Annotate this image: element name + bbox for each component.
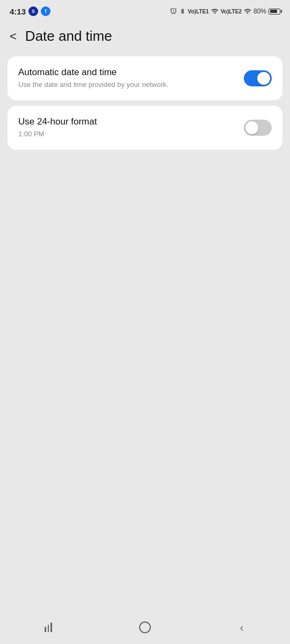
battery-percent: 80%	[253, 8, 266, 15]
recents-button[interactable]	[0, 614, 97, 641]
24hour-format-text: Use 24-hour format 1:00 PM	[18, 116, 244, 139]
auto-date-time-item[interactable]: Automatic date and time Use the date and…	[8, 56, 282, 100]
home-icon	[139, 621, 151, 633]
home-button[interactable]	[97, 614, 193, 641]
status-right: Vo)LTE1 Vo)LTE2 80%	[170, 8, 280, 15]
lte2-indicator: Vo)LTE2	[221, 9, 242, 14]
bottom-nav: ‹	[0, 614, 290, 644]
status-time: 4:13	[10, 7, 26, 16]
signal2-icon	[244, 8, 251, 15]
header: < Date and time	[0, 20, 290, 54]
24hour-format-toggle[interactable]	[244, 120, 272, 136]
facebook-icon: f	[41, 6, 50, 16]
battery-icon	[269, 9, 280, 14]
bluetooth-icon	[179, 8, 186, 15]
samsung-icon: S	[28, 6, 38, 16]
back-button[interactable]: <	[5, 28, 21, 45]
24hour-format-title: Use 24-hour format	[18, 116, 244, 127]
page-title: Date and time	[25, 28, 112, 45]
alarm-icon	[170, 8, 177, 15]
lte1-indicator: Vo)LTE1	[188, 9, 209, 14]
back-nav-button[interactable]: ‹	[193, 614, 290, 641]
24hour-format-item[interactable]: Use 24-hour format 1:00 PM	[8, 106, 282, 150]
back-nav-icon: ‹	[240, 621, 244, 634]
auto-date-time-section: Automatic date and time Use the date and…	[8, 56, 282, 100]
auto-date-time-toggle[interactable]	[244, 70, 272, 86]
toggle-thumb-on	[257, 72, 270, 85]
auto-date-time-title: Automatic date and time	[18, 67, 244, 78]
status-bar: 4:13 S f Vo)LTE1 Vo)LTE2 80%	[0, 0, 290, 20]
status-left: 4:13 S f	[10, 6, 50, 16]
auto-date-time-text: Automatic date and time Use the date and…	[18, 67, 244, 90]
recents-icon	[45, 623, 52, 632]
signal1-icon	[211, 8, 219, 15]
24hour-format-desc: 1:00 PM	[18, 129, 244, 139]
24hour-format-section: Use 24-hour format 1:00 PM	[8, 106, 282, 150]
auto-date-time-desc: Use the date and time provided by your n…	[18, 80, 244, 90]
